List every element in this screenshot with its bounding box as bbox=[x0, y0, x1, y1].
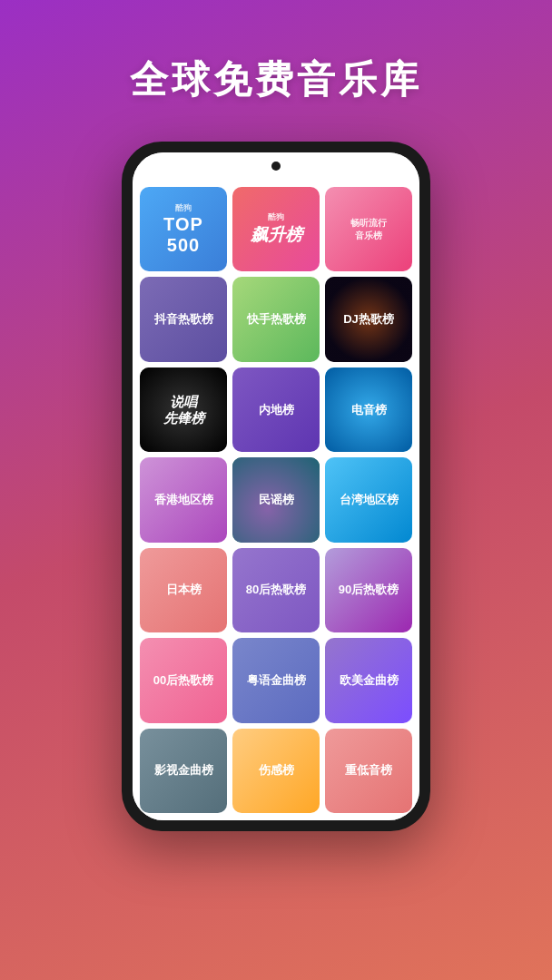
grid-item-douyin[interactable]: 抖音热歌榜 bbox=[140, 277, 227, 361]
grid-item-xianggang[interactable]: 香港地区榜 bbox=[140, 457, 227, 542]
grid-item-oumei[interactable]: 欧美金曲榜 bbox=[325, 638, 412, 722]
grid-item-taiwan[interactable]: 台湾地区榜 bbox=[325, 457, 412, 542]
grid-item-riben[interactable]: 日本榜 bbox=[140, 548, 227, 632]
grid-item-dj[interactable]: DJ热歌榜 bbox=[325, 277, 412, 361]
grid-item-yueyu[interactable]: 粤语金曲榜 bbox=[232, 638, 320, 722]
phone-screen: 酷狗 TOP 500 酷狗 飙升榜 畅听流行音乐榜 抖音热歌榜 快手热歌榜 DJ… bbox=[133, 152, 419, 820]
grid-item-piaosheng[interactable]: 酷狗 飙升榜 bbox=[232, 187, 320, 271]
grid-item-dianyin[interactable]: 电音榜 bbox=[325, 368, 412, 452]
grid-item-liuxing[interactable]: 畅听流行音乐榜 bbox=[325, 187, 412, 271]
grid-item-minyao[interactable]: 民谣榜 bbox=[232, 457, 320, 542]
grid-item-neidi[interactable]: 内地榜 bbox=[232, 368, 320, 452]
phone-notch bbox=[133, 152, 419, 180]
grid-item-kuaishou[interactable]: 快手热歌榜 bbox=[232, 277, 320, 361]
camera-dot bbox=[271, 162, 281, 171]
page-headline: 全球免费音乐库 bbox=[130, 54, 422, 105]
grid-item-top500[interactable]: 酷狗 TOP 500 bbox=[140, 187, 227, 271]
grid-item-80hou[interactable]: 80后热歌榜 bbox=[232, 548, 320, 632]
grid-item-shuochang[interactable]: 说唱先锋榜 bbox=[140, 368, 227, 452]
grid-item-shangan[interactable]: 伤感榜 bbox=[232, 729, 320, 813]
grid-item-yingshi[interactable]: 影视金曲榜 bbox=[140, 729, 227, 813]
music-grid: 酷狗 TOP 500 酷狗 飙升榜 畅听流行音乐榜 抖音热歌榜 快手热歌榜 DJ… bbox=[133, 180, 419, 820]
grid-item-00hou[interactable]: 00后热歌榜 bbox=[140, 638, 227, 722]
grid-item-zhongdi[interactable]: 重低音榜 bbox=[325, 729, 412, 813]
phone-frame: 酷狗 TOP 500 酷狗 飙升榜 畅听流行音乐榜 抖音热歌榜 快手热歌榜 DJ… bbox=[122, 142, 430, 831]
grid-item-90hou[interactable]: 90后热歌榜 bbox=[325, 548, 412, 632]
